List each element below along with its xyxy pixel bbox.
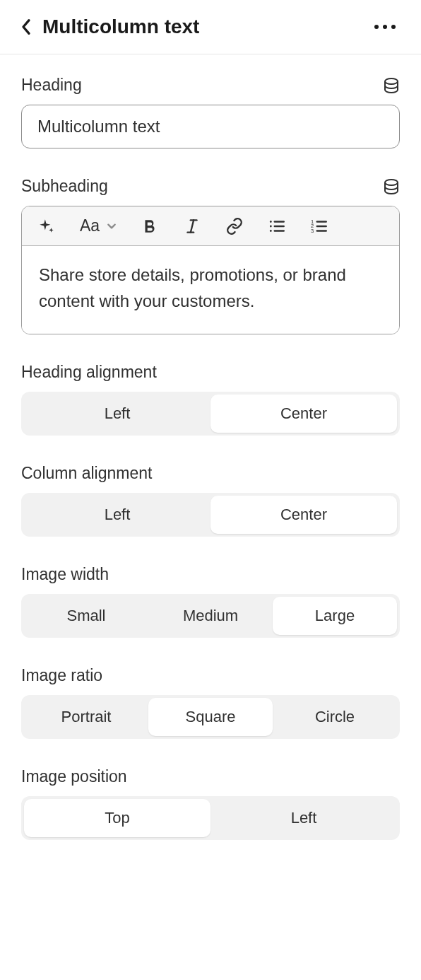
text-style-dropdown[interactable]: Aa xyxy=(80,216,117,235)
rich-text-editor: Aa xyxy=(21,206,400,334)
image-position-label: Image position xyxy=(21,767,400,786)
text-style-label: Aa xyxy=(80,216,100,235)
image-width-option-medium[interactable]: Medium xyxy=(148,597,273,635)
column-alignment-label: Column alignment xyxy=(21,464,400,483)
column-alignment-option-left[interactable]: Left xyxy=(24,496,210,534)
heading-alignment-control: LeftCenter xyxy=(21,392,400,436)
numbered-list-button[interactable]: 1 2 3 xyxy=(310,217,328,235)
chevron-down-icon xyxy=(107,221,117,231)
page-title: Multicolumn text xyxy=(42,16,199,38)
dynamic-source-button[interactable] xyxy=(383,77,400,94)
heading-field: Heading xyxy=(21,76,400,148)
heading-alignment-label: Heading alignment xyxy=(21,363,400,382)
sparkle-icon xyxy=(37,217,56,235)
image-width-control: SmallMediumLarge xyxy=(21,594,400,638)
image-position-control: TopLeft xyxy=(21,796,400,840)
italic-icon xyxy=(183,217,201,235)
field-label-row: Heading xyxy=(21,76,400,95)
chevron-left-icon xyxy=(21,18,31,35)
svg-point-5 xyxy=(270,221,272,223)
more-button[interactable] xyxy=(370,21,400,33)
svg-point-7 xyxy=(270,230,272,232)
header-left: Multicolumn text xyxy=(21,16,199,38)
rte-toolbar: Aa xyxy=(22,206,399,246)
svg-line-4 xyxy=(191,220,194,232)
ai-suggest-button[interactable] xyxy=(37,217,56,235)
dynamic-source-button[interactable] xyxy=(383,178,400,195)
heading-alignment-option-left[interactable]: Left xyxy=(24,395,210,433)
image-width-group: Image width SmallMediumLarge xyxy=(21,565,400,638)
panel-body: Heading Subheading xyxy=(0,54,421,847)
subheading-textarea[interactable]: Share store details, promotions, or bran… xyxy=(22,246,399,334)
image-width-option-small[interactable]: Small xyxy=(24,597,148,635)
database-icon xyxy=(383,178,400,195)
image-width-option-large[interactable]: Large xyxy=(273,597,397,635)
dot-icon xyxy=(374,25,379,29)
image-ratio-option-square[interactable]: Square xyxy=(148,698,273,736)
subheading-field: Subheading Aa xyxy=(21,177,400,334)
image-ratio-label: Image ratio xyxy=(21,666,400,685)
column-alignment-option-center[interactable]: Center xyxy=(210,496,397,534)
numbered-list-icon: 1 2 3 xyxy=(310,217,328,235)
heading-label: Heading xyxy=(21,76,82,95)
image-ratio-control: PortraitSquareCircle xyxy=(21,695,400,739)
database-icon xyxy=(383,77,400,94)
image-ratio-option-circle[interactable]: Circle xyxy=(273,698,397,736)
image-position-option-top[interactable]: Top xyxy=(24,799,210,837)
bullet-list-icon xyxy=(268,217,286,235)
svg-point-1 xyxy=(385,180,398,185)
dot-icon xyxy=(383,25,387,29)
bullet-list-button[interactable] xyxy=(268,217,286,235)
svg-text:3: 3 xyxy=(311,227,314,233)
dot-icon xyxy=(391,25,396,29)
back-button[interactable] xyxy=(21,18,31,35)
image-width-label: Image width xyxy=(21,565,400,584)
svg-point-0 xyxy=(385,78,398,84)
image-position-option-left[interactable]: Left xyxy=(210,799,397,837)
image-position-group: Image position TopLeft xyxy=(21,767,400,840)
panel-header: Multicolumn text xyxy=(0,0,421,54)
column-alignment-control: LeftCenter xyxy=(21,493,400,537)
subheading-label: Subheading xyxy=(21,177,108,196)
image-ratio-group: Image ratio PortraitSquareCircle xyxy=(21,666,400,739)
heading-input[interactable] xyxy=(21,105,400,148)
column-alignment-group: Column alignment LeftCenter xyxy=(21,464,400,537)
link-button[interactable] xyxy=(225,217,244,235)
link-icon xyxy=(225,217,244,235)
field-label-row: Subheading xyxy=(21,177,400,196)
bold-icon xyxy=(141,217,159,235)
svg-point-6 xyxy=(270,225,272,227)
heading-alignment-option-center[interactable]: Center xyxy=(210,395,397,433)
italic-button[interactable] xyxy=(183,217,201,235)
bold-button[interactable] xyxy=(141,217,159,235)
heading-alignment-group: Heading alignment LeftCenter xyxy=(21,363,400,436)
image-ratio-option-portrait[interactable]: Portrait xyxy=(24,698,148,736)
